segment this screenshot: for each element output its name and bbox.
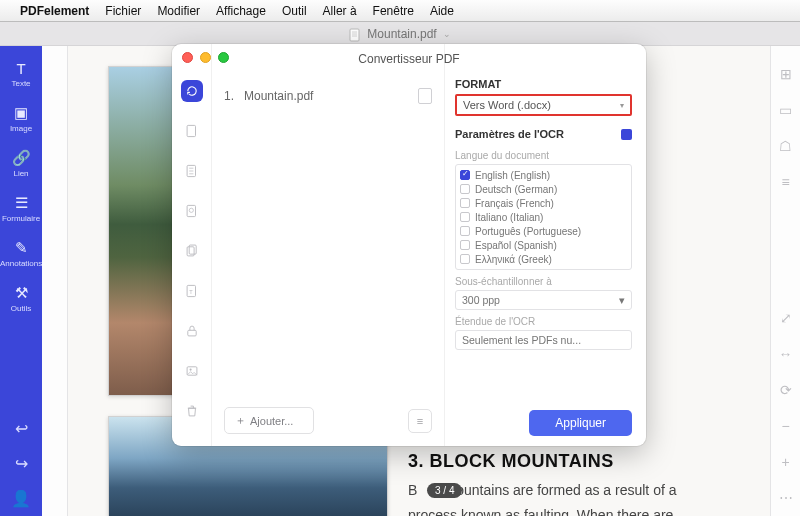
menu-affichage[interactable]: Affichage [216,4,266,18]
doc-section-heading: 3. BLOCK MOUNTAINS [408,451,614,472]
lines-icon[interactable]: ≡ [781,164,789,200]
checkbox-icon[interactable] [460,254,470,264]
page-icon[interactable]: ▭ [779,92,792,128]
fit-page-icon[interactable]: ⤢ [780,300,792,336]
rail-formulaire-label: Formulaire [2,214,40,223]
apply-button[interactable]: Appliquer [529,410,632,436]
ocr-lang-label: Langue du document [455,150,632,161]
ocr-range-select[interactable]: Seulement les PDFs nu... [455,330,632,350]
rotate-icon[interactable]: ⟳ [780,372,792,408]
format-lock-icon[interactable] [181,320,203,342]
lang-item-english[interactable]: English (English) [460,168,627,182]
lang-item-portuguese[interactable]: Português (Portuguese) [460,224,627,238]
tools-icon: ⚒ [0,284,42,302]
checkbox-icon[interactable] [460,184,470,194]
rail-image[interactable]: ▣Image [0,98,42,143]
lang-item-german[interactable]: Deutsch (German) [460,182,627,196]
format-excel-icon[interactable] [181,160,203,182]
menubar-app-name[interactable]: PDFelement [20,4,89,18]
file-name: Mountain.pdf [244,89,313,103]
rail-redo[interactable]: ↪ [15,446,28,481]
title-chevron-icon[interactable]: ⌄ [443,29,451,39]
fit-width-icon[interactable]: ↔ [779,336,793,372]
ocr-range-label: Étendue de l'OCR [455,316,632,327]
rail-image-label: Image [10,124,32,133]
menu-aide[interactable]: Aide [430,4,454,18]
lang-item-greek[interactable]: Ελληνικά (Greek) [460,252,627,266]
modal-file-list: 1. Mountain.pdf ＋Ajouter... ≡ [212,44,444,446]
format-copy-icon[interactable] [181,240,203,262]
lang-label: Ελληνικά (Greek) [475,254,552,265]
menu-fenetre[interactable]: Fenêtre [373,4,414,18]
checkbox-checked-icon[interactable] [460,170,470,180]
doc-line: process known as faulting. When there ar… [408,507,673,516]
downsample-select[interactable]: 300 ppp ▾ [455,290,632,310]
rail-outils-label: Outils [11,304,31,313]
add-file-button[interactable]: ＋Ajouter... [224,407,314,434]
add-file-label: Ajouter... [250,415,293,427]
lang-label: Español (Spanish) [475,240,557,251]
rail-lien-label: Lien [13,169,28,178]
checkbox-icon[interactable] [460,198,470,208]
ocr-enable-checkbox[interactable] [621,129,632,140]
window-title: Mountain.pdf [367,27,436,41]
format-ppt-icon[interactable] [181,200,203,222]
modal-format-sidebar: T [172,44,212,446]
lang-label: Italiano (Italian) [475,212,543,223]
left-tool-rail: TTexte ▣Image 🔗Lien ☰Formulaire ✎Annotat… [0,46,42,516]
document-icon [349,28,361,40]
svg-point-4 [189,208,193,212]
chevron-down-icon: ▾ [620,101,624,110]
rail-user[interactable]: 👤 [11,481,31,516]
doc-line: B [408,482,417,498]
menu-modifier[interactable]: Modifier [157,4,200,18]
ocr-language-list[interactable]: English (English) Deutsch (German) Franç… [455,164,632,270]
format-refresh-button[interactable] [181,80,203,102]
menu-allera[interactable]: Aller à [323,4,357,18]
rail-undo[interactable]: ↩ [15,411,28,446]
lang-item-italian[interactable]: Italiano (Italian) [460,210,627,224]
format-word-icon[interactable] [181,120,203,142]
converter-modal: Convertisseur PDF T 1. Mountain.pdf ＋Ajo… [172,44,646,446]
modal-title: Convertisseur PDF [172,52,646,66]
checkbox-icon[interactable] [460,212,470,222]
zoom-out-icon[interactable]: − [781,408,789,444]
format-text-icon[interactable]: T [181,280,203,302]
lang-item-french[interactable]: Français (French) [460,196,627,210]
zoom-in-icon[interactable]: + [781,444,789,480]
rail-outils[interactable]: ⚒Outils [0,278,42,323]
chevron-down-icon: ▾ [619,294,625,306]
ellipsis-icon[interactable]: ⋯ [779,480,793,516]
file-pages-icon[interactable] [418,88,432,104]
format-image-icon[interactable] [181,360,203,382]
lang-label: Français (French) [475,198,554,209]
page-indicator-badge[interactable]: 3 / 4 [427,483,462,498]
file-row[interactable]: 1. Mountain.pdf [220,82,436,110]
right-rail: ⊞ ▭ ☖ ≡ ⤢ ↔ ⟳ − + ⋯ [770,46,800,516]
format-select[interactable]: Vers Word (.docx) ▾ [455,94,632,116]
rail-annotations[interactable]: ✎Annotations [0,233,42,278]
menu-outil[interactable]: Outil [282,4,307,18]
svg-rect-1 [187,125,195,136]
form-icon: ☰ [0,194,42,212]
format-section-label: FORMAT [455,78,632,90]
text-icon: T [0,60,42,77]
checkbox-icon[interactable] [460,226,470,236]
lang-label: Português (Portuguese) [475,226,581,237]
image-icon: ▣ [0,104,42,122]
format-selected-value: Vers Word (.docx) [463,99,551,111]
svg-rect-9 [187,330,195,336]
svg-text:T: T [189,289,193,295]
rail-formulaire[interactable]: ☰Formulaire [0,188,42,233]
bookmark-icon[interactable]: ☖ [779,128,792,164]
checkbox-icon[interactable] [460,240,470,250]
lang-item-spanish[interactable]: Español (Spanish) [460,238,627,252]
menu-fichier[interactable]: Fichier [105,4,141,18]
format-trash-icon[interactable] [181,400,203,422]
rail-lien[interactable]: 🔗Lien [0,143,42,188]
grid-icon[interactable]: ⊞ [780,56,792,92]
rail-texte[interactable]: TTexte [0,54,42,98]
doc-line: ountains are formed as a result of a [456,482,676,498]
ocr-section-label: Paramètres de l'OCR [455,128,564,140]
list-view-toggle[interactable]: ≡ [408,409,432,433]
